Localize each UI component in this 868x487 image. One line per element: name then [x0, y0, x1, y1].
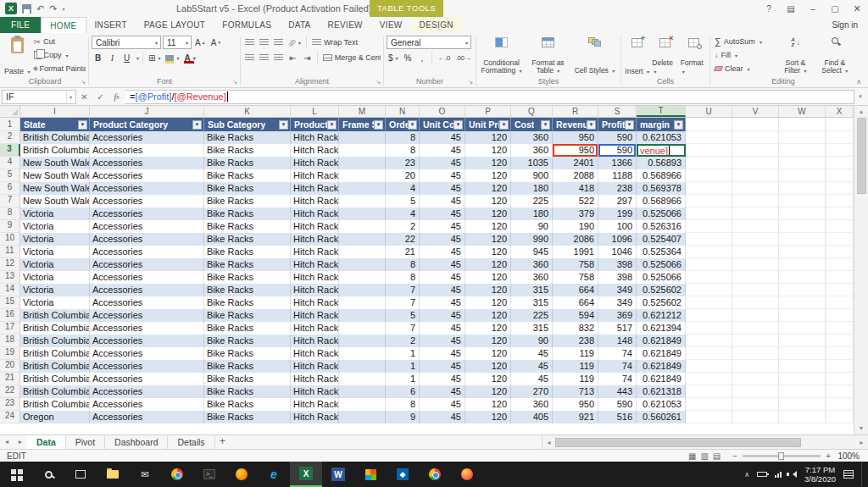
cell[interactable]: British Columbia	[20, 322, 90, 335]
cell[interactable]	[686, 411, 732, 423]
cell[interactable]: 0.621212	[637, 309, 686, 322]
scroll-down-icon[interactable]: ▼	[859, 423, 865, 434]
cell[interactable]: 74	[598, 347, 637, 360]
cell[interactable]	[732, 246, 779, 258]
cell[interactable]	[779, 233, 826, 246]
cell[interactable]	[686, 398, 732, 411]
cell[interactable]	[686, 182, 732, 195]
cell[interactable]: 4	[386, 208, 420, 220]
cell[interactable]: 1	[386, 360, 420, 373]
cell[interactable]	[826, 296, 854, 309]
cell[interactable]	[826, 385, 854, 398]
cell[interactable]	[686, 284, 732, 296]
cell[interactable]	[779, 309, 826, 322]
cell[interactable]: 590	[598, 144, 637, 157]
cut-button[interactable]: ✂Cut	[32, 35, 86, 48]
cell[interactable]: Accessories	[90, 385, 204, 398]
cell[interactable]: 0.525066	[637, 208, 686, 220]
cell[interactable]	[779, 118, 826, 131]
format-painter-button[interactable]: Format Painter	[32, 62, 86, 75]
cell[interactable]: Accessories	[90, 271, 204, 284]
cell[interactable]: 190	[553, 220, 598, 233]
cell[interactable]: Accessories	[90, 373, 204, 385]
cell[interactable]: Bike Racks	[204, 411, 291, 423]
cell[interactable]: 0.525602	[637, 284, 686, 296]
cell[interactable]: British Columbia	[20, 385, 90, 398]
find-select-button[interactable]: Find & Select ▾	[816, 35, 854, 76]
filter-button[interactable]: ▼	[327, 120, 337, 130]
minimize-icon[interactable]: –	[802, 0, 824, 17]
zoom-in-icon[interactable]: +	[822, 451, 834, 461]
cell[interactable]	[826, 208, 854, 220]
cell[interactable]: 120	[465, 373, 511, 385]
name-box[interactable]: IF ▾	[2, 90, 76, 104]
terminal-button[interactable]: >_	[193, 462, 225, 487]
cell[interactable]: 950	[553, 398, 598, 411]
cell[interactable]	[732, 347, 779, 360]
cell[interactable]: 590	[598, 398, 637, 411]
conditional-formatting-button[interactable]: Conditional Formatting ▾	[479, 35, 524, 76]
cell[interactable]	[732, 220, 779, 233]
cell[interactable]: 1	[386, 347, 420, 360]
cell[interactable]	[826, 411, 854, 423]
cell[interactable]	[686, 322, 732, 335]
cell[interactable]: Accessories	[90, 131, 204, 144]
cell[interactable]: Hitch Rack - 4	[291, 144, 339, 157]
close-icon[interactable]: ✕	[846, 0, 868, 17]
table-header-cell[interactable]: Frame Size▼	[339, 118, 386, 131]
cell[interactable]	[339, 258, 386, 271]
cell[interactable]: 9	[386, 411, 420, 423]
row-header-10[interactable]: 10	[0, 233, 20, 246]
cell[interactable]: 45	[420, 220, 465, 233]
column-header-I[interactable]: I	[20, 106, 90, 117]
scroll-left-icon[interactable]: ◄	[542, 440, 555, 445]
row-header-23[interactable]: 23	[0, 398, 20, 411]
select-all-corner[interactable]	[0, 106, 20, 117]
cell[interactable]: Hitch Rack - 4	[291, 258, 339, 271]
cell[interactable]	[339, 322, 386, 335]
align-center-button[interactable]	[258, 51, 270, 64]
cell[interactable]: 120	[465, 309, 511, 322]
excel-taskbar-button[interactable]: X	[290, 462, 322, 487]
cell[interactable]: New South Wales	[20, 195, 90, 208]
table-header-cell[interactable]: margin▼	[637, 118, 686, 131]
maximize-icon[interactable]: ▢	[824, 0, 846, 17]
cell[interactable]: New South Wales	[20, 157, 90, 169]
cell[interactable]: 990	[511, 233, 553, 246]
cell[interactable]: Accessories	[90, 195, 204, 208]
number-format-select[interactable]: General▾	[387, 36, 471, 49]
row-header-13[interactable]: 13	[0, 271, 20, 284]
horizontal-scrollbar-thumb[interactable]	[555, 438, 801, 447]
filter-button[interactable]: ▼	[408, 120, 417, 130]
cell[interactable]	[732, 195, 779, 208]
dialog-launcher-icon[interactable]: ↘	[468, 79, 473, 86]
sheet-nav-right-icon[interactable]: ►	[14, 435, 27, 449]
increase-indent-button[interactable]: ⇥	[301, 51, 314, 64]
cell[interactable]: 120	[465, 195, 511, 208]
cell[interactable]	[779, 335, 826, 347]
cell[interactable]: 120	[465, 208, 511, 220]
row-header-21[interactable]: 21	[0, 373, 20, 385]
column-header-K[interactable]: K	[204, 106, 291, 117]
collapse-ribbon-icon[interactable]: ∧	[856, 78, 861, 86]
cell[interactable]	[339, 131, 386, 144]
cancel-formula-icon[interactable]: ✕	[76, 90, 92, 104]
cell[interactable]: 90	[511, 335, 553, 347]
cell[interactable]: 120	[465, 347, 511, 360]
table-header-cell[interactable]: State▼	[20, 118, 90, 131]
cell[interactable]	[339, 373, 386, 385]
align-middle-button[interactable]	[258, 36, 270, 49]
cell[interactable]: 315	[511, 322, 553, 335]
cell[interactable]	[732, 144, 779, 157]
show-desktop-button[interactable]	[861, 462, 865, 487]
cell[interactable]	[339, 309, 386, 322]
cell[interactable]: 443	[598, 385, 637, 398]
column-header-W[interactable]: W	[779, 106, 826, 117]
tab-view[interactable]: VIEW	[371, 17, 411, 33]
align-bottom-button[interactable]	[272, 36, 285, 49]
cell[interactable]: 315	[511, 296, 553, 309]
cell[interactable]: 90	[511, 220, 553, 233]
cell[interactable]: Accessories	[90, 208, 204, 220]
cell[interactable]: 2401	[553, 157, 598, 169]
cell[interactable]	[686, 118, 732, 131]
